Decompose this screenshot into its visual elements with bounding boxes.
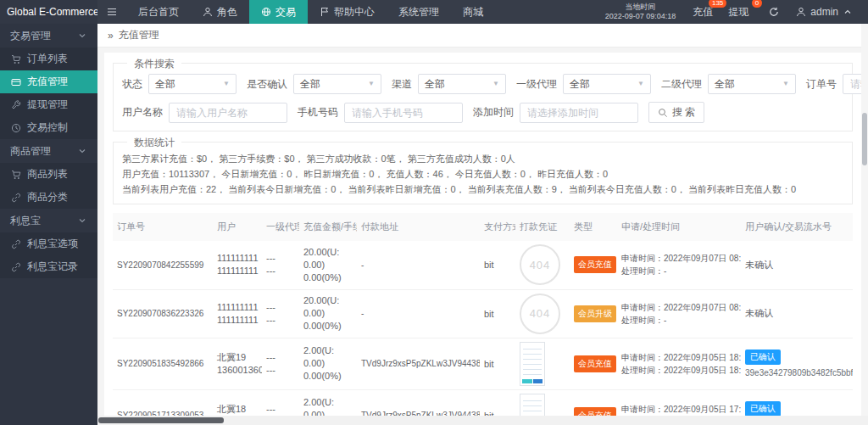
confirm-select-value: 全部 [300, 77, 320, 92]
status-select[interactable]: 全部 ▼ [148, 74, 236, 94]
user-name: 111111111 [217, 301, 258, 314]
user-cell: 111111111 111111111 [213, 289, 262, 338]
user-name: 北冀19 [217, 351, 258, 364]
chevron-down-icon [77, 31, 87, 41]
col-amount-fee: 充值金额/手续费 [299, 213, 357, 241]
nav-mall-label: 商城 [463, 5, 483, 20]
filter-phone: 手机号码 [298, 103, 463, 123]
search-button[interactable]: 搜 索 [648, 102, 704, 123]
sidebar-section-interest[interactable]: 利息宝 [0, 209, 97, 232]
breadcrumb: » 充值管理 [97, 24, 868, 48]
nav-trade[interactable]: 交易 [249, 0, 308, 24]
vertical-scrollbar-thumb[interactable] [862, 113, 867, 165]
agents-cell: --- --- [262, 241, 299, 289]
voucher-thumbnail[interactable] [520, 342, 545, 386]
agent1-select[interactable]: 全部 ▼ [563, 74, 651, 94]
sidebar-item-withdraw-mgmt[interactable]: 提现管理 [0, 93, 97, 116]
amount-cell: 2.00(U: 0.00) 0.00(0%) [299, 338, 357, 389]
horizontal-scrollbar-thumb[interactable] [98, 417, 224, 423]
fee: 0.00(0%) [303, 370, 353, 383]
channel-select[interactable]: 全部 ▼ [418, 74, 506, 94]
phone-input[interactable] [344, 103, 463, 123]
horizontal-scrollbar[interactable] [97, 416, 868, 425]
nav-help-center[interactable]: 帮助中心 [308, 0, 387, 24]
apply-time: 申请时间：2022年09月07日 08:42:25 [621, 252, 737, 265]
sidebar-item-interest-options[interactable]: 利息宝选项 [0, 232, 97, 255]
type-cell: 会员充值 [570, 338, 617, 389]
image-404-placeholder: 404 [520, 244, 560, 285]
agent2-select[interactable]: 全部 ▼ [708, 74, 796, 94]
nav-roles[interactable]: 角色 [191, 0, 249, 24]
fee: 0.00(0%) [303, 271, 353, 284]
order-no-label: 订单号 [806, 77, 837, 92]
sidebar-section-interest-label: 利息宝 [10, 214, 41, 228]
nav-dashboard[interactable]: 后台首页 [126, 0, 191, 24]
pay-address: - [357, 241, 480, 289]
user-menu[interactable]: admin [787, 6, 861, 18]
search-icon [658, 108, 668, 118]
hamburger-icon [107, 7, 117, 17]
order-no-input[interactable] [843, 74, 861, 94]
chevron-down-icon [77, 146, 87, 156]
local-time: 当地时间 2022-09-07 09:04:18 [605, 3, 676, 22]
sidebar-item-interest-records[interactable]: 利息宝记录 [0, 255, 97, 278]
add-time-input[interactable] [520, 103, 638, 123]
confirm-cell: 未确认 [741, 241, 853, 289]
table-row: SY2209070836223326 111111111 111111111 -… [113, 289, 853, 338]
sidebar-item-goods-list[interactable]: 商品列表 [0, 163, 97, 186]
recharge-table-wrap: 订单号 用户 一级代理/二级代理 充值金额/手续费 付款地址 支付方式 打款凭证… [113, 213, 853, 416]
caret-down-icon: ▼ [368, 81, 375, 87]
confirm-status: 未确认 [745, 260, 773, 270]
sidebar-item-recharge-mgmt[interactable]: 充值管理 [0, 70, 97, 93]
stats-panel: 数据统计 第三方累计充值：$0， 第三方手续费：$0， 第三方成功收款：0笔， … [113, 142, 853, 204]
user-cell: 111111111 111111111 [213, 241, 262, 289]
withdraw-notifications[interactable]: 提现 0 [728, 5, 748, 20]
confirm-cell: 已确认 3536046b34f3e32904636db3b1f6d856cd3b… [741, 389, 853, 416]
nav-system-label: 系统管理 [398, 5, 439, 20]
voucher-cell: 404 [515, 241, 570, 289]
confirm-select[interactable]: 全部 ▼ [293, 74, 381, 94]
sidebar-section-trade[interactable]: 交易管理 [0, 24, 97, 48]
voucher-thumbnail[interactable] [520, 394, 545, 417]
sidebar-item-goods-list-label: 商品列表 [27, 167, 68, 182]
pay-address: TVd9Jrz9xsP5pZKLw3JV94438a9sUE7Njm [357, 338, 480, 389]
process-time: 处理时间：- [621, 314, 737, 327]
agent1: --- [266, 301, 295, 314]
sidebar-item-goods-category-label: 商品分类 [27, 190, 68, 204]
times-cell: 申请时间：2022年09月07日 08:42:25 处理时间：- [617, 241, 741, 289]
amount-cell: 20.00(U: 0.00) 0.00(0%) [299, 241, 357, 289]
col-voucher: 打款凭证 [515, 213, 570, 241]
withdraw-count-badge: 0 [752, 0, 762, 8]
nav-roles-label: 角色 [217, 5, 237, 20]
username-input[interactable] [169, 103, 287, 123]
sidebar-item-order-list[interactable]: 订单列表 [0, 48, 97, 70]
flag-icon [320, 7, 330, 17]
filter-channel: 渠道 全部 ▼ [392, 74, 506, 94]
pay-method: bit [480, 289, 515, 338]
channel-label: 渠道 [392, 77, 412, 92]
nav-system[interactable]: 系统管理 [387, 0, 451, 24]
sidebar-section-goods[interactable]: 商品管理 [0, 139, 97, 163]
filter-confirm: 是否确认 全部 ▼ [247, 74, 381, 94]
sidebar-item-recharge-mgmt-label: 充值管理 [27, 75, 68, 89]
confirmed-badge: 已确认 [745, 350, 781, 365]
agents-cell: --- --- [262, 389, 299, 416]
recharge-notifications[interactable]: 充值 135 [693, 5, 713, 20]
caret-down-icon: ▼ [492, 81, 499, 87]
vertical-scrollbar[interactable] [861, 24, 868, 416]
username-filter-label: 用户名称 [122, 105, 163, 120]
table-header-row: 订单号 用户 一级代理/二级代理 充值金额/手续费 付款地址 支付方式 打款凭证… [113, 213, 853, 241]
agent2: --- [266, 364, 295, 377]
agent2-label: 二级代理 [661, 77, 702, 92]
link-icon [11, 262, 21, 272]
user-phone: 13600136019 [217, 364, 258, 377]
sidebar-item-goods-category[interactable]: 商品分类 [0, 186, 97, 209]
nav-mall[interactable]: 商城 [451, 0, 495, 24]
refresh-button[interactable] [760, 7, 787, 17]
caret-down-icon: ▼ [223, 81, 230, 87]
agent2-select-value: 全部 [715, 77, 735, 92]
sidebar-item-trade-control[interactable]: 交易控制 [0, 116, 97, 139]
sidebar-toggle-icon[interactable] [97, 0, 126, 24]
user-cell: 北冀18 13600136018 [213, 389, 262, 416]
user-cell: 北冀19 13600136019 [213, 338, 262, 389]
